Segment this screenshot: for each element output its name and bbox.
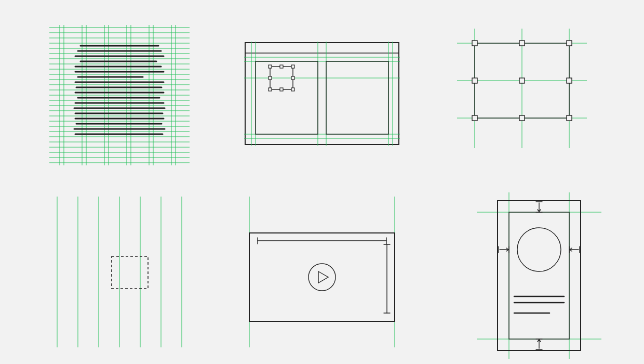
snap-grid-lines [457,29,587,148]
svg-rect-91 [519,115,525,121]
panel-col-left [256,61,318,134]
svg-rect-89 [567,78,572,83]
cell-column-guides [49,197,190,347]
guide-verticals [57,197,182,347]
panel-frame [245,43,399,145]
illustration-grid: 27 [0,0,644,364]
svg-rect-86 [567,41,572,46]
padding-arrows [499,202,580,349]
media-rect [249,233,395,321]
inner-frame [509,212,569,339]
cell-media-frame [244,197,400,347]
card-text-lines [514,296,564,313]
svg-rect-92 [567,115,572,121]
play-icon [308,264,336,291]
snap-grid-svg [457,29,587,148]
cell-snap-grid [457,29,587,148]
svg-point-108 [308,264,336,291]
svg-rect-70 [269,65,272,68]
avatar-circle [517,228,561,271]
dimension-right [384,244,390,313]
svg-rect-87 [472,78,477,83]
baseline-grid-svg: 27 [49,25,190,165]
panel-col-right [326,61,388,134]
padding-frame-svg [477,192,601,359]
svg-rect-88 [519,78,525,83]
cell-columns-panel [244,42,400,146]
dashed-selection [112,256,148,289]
media-frame-svg [244,197,400,347]
svg-rect-85 [519,41,525,46]
svg-rect-77 [291,88,294,91]
cell-padding-frame [477,192,601,359]
svg-rect-71 [280,65,283,68]
svg-rect-76 [280,88,283,91]
svg-rect-73 [269,76,272,80]
svg-rect-72 [291,65,294,68]
svg-rect-75 [269,88,272,91]
svg-rect-90 [472,115,477,121]
svg-rect-84 [472,41,477,46]
cell-baseline-grid: 27 [49,25,190,165]
dimension-top [258,238,386,244]
panel-guides [244,42,400,146]
column-guides-svg [49,197,190,347]
columns-panel-svg [244,42,400,146]
outer-frame [498,201,581,350]
svg-rect-74 [291,76,294,80]
